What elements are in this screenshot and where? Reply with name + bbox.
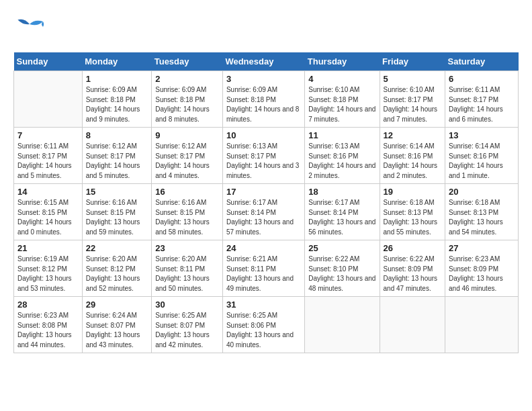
calendar-cell: 5Sunrise: 6:10 AM Sunset: 8:17 PM Daylig… (380, 71, 445, 128)
calendar-cell: 15Sunrise: 6:16 AM Sunset: 8:15 PM Dayli… (82, 184, 152, 240)
day-number: 17 (226, 187, 301, 197)
logo (13, 13, 50, 46)
day-number: 26 (384, 243, 442, 253)
calendar-header: SundayMondayTuesdayWednesdayThursdayFrid… (14, 52, 519, 71)
day-number: 31 (226, 300, 301, 310)
header-day-sunday: Sunday (14, 52, 83, 71)
day-number: 14 (17, 187, 79, 197)
calendar-cell: 23Sunrise: 6:20 AM Sunset: 8:11 PM Dayli… (152, 240, 223, 297)
calendar-cell: 8Sunrise: 6:12 AM Sunset: 8:17 PM Daylig… (82, 128, 152, 184)
day-info: Sunrise: 6:18 AM Sunset: 8:13 PM Dayligh… (449, 198, 515, 237)
day-number: 10 (226, 130, 301, 140)
header-day-monday: Monday (82, 52, 152, 71)
day-info: Sunrise: 6:22 AM Sunset: 8:10 PM Dayligh… (308, 255, 375, 293)
calendar-cell: 7Sunrise: 6:11 AM Sunset: 8:17 PM Daylig… (14, 128, 83, 184)
day-number: 8 (86, 130, 148, 140)
day-info: Sunrise: 6:15 AM Sunset: 8:15 PM Dayligh… (17, 198, 79, 237)
day-info: Sunrise: 6:22 AM Sunset: 8:09 PM Dayligh… (384, 255, 442, 293)
calendar-cell: 12Sunrise: 6:14 AM Sunset: 8:16 PM Dayli… (380, 128, 445, 184)
header-day-wednesday: Wednesday (222, 52, 304, 71)
calendar-cell: 14Sunrise: 6:15 AM Sunset: 8:15 PM Dayli… (14, 184, 83, 240)
day-info: Sunrise: 6:16 AM Sunset: 8:15 PM Dayligh… (155, 198, 219, 237)
day-number: 19 (384, 187, 442, 197)
calendar-cell: 3Sunrise: 6:09 AM Sunset: 8:18 PM Daylig… (222, 71, 304, 128)
day-number: 11 (308, 130, 375, 140)
day-info: Sunrise: 6:11 AM Sunset: 8:17 PM Dayligh… (449, 85, 515, 124)
day-info: Sunrise: 6:10 AM Sunset: 8:17 PM Dayligh… (384, 85, 442, 124)
calendar-body: 1Sunrise: 6:09 AM Sunset: 8:18 PM Daylig… (14, 71, 519, 353)
week-row-1: 1Sunrise: 6:09 AM Sunset: 8:18 PM Daylig… (14, 71, 519, 128)
calendar-cell: 4Sunrise: 6:10 AM Sunset: 8:18 PM Daylig… (305, 71, 380, 128)
calendar-cell: 2Sunrise: 6:09 AM Sunset: 8:18 PM Daylig… (152, 71, 223, 128)
logo-icon (13, 13, 46, 46)
day-info: Sunrise: 6:23 AM Sunset: 8:09 PM Dayligh… (449, 255, 515, 293)
calendar-cell: 13Sunrise: 6:14 AM Sunset: 8:16 PM Dayli… (445, 128, 519, 184)
calendar-cell: 24Sunrise: 6:21 AM Sunset: 8:11 PM Dayli… (222, 240, 304, 297)
calendar-cell: 10Sunrise: 6:13 AM Sunset: 8:17 PM Dayli… (222, 128, 304, 184)
day-info: Sunrise: 6:12 AM Sunset: 8:17 PM Dayligh… (86, 142, 148, 181)
calendar-cell: 20Sunrise: 6:18 AM Sunset: 8:13 PM Dayli… (445, 184, 519, 240)
calendar-cell: 9Sunrise: 6:12 AM Sunset: 8:17 PM Daylig… (152, 128, 223, 184)
calendar-cell: 1Sunrise: 6:09 AM Sunset: 8:18 PM Daylig… (82, 71, 152, 128)
day-info: Sunrise: 6:13 AM Sunset: 8:16 PM Dayligh… (308, 142, 375, 181)
calendar-cell: 16Sunrise: 6:16 AM Sunset: 8:15 PM Dayli… (152, 184, 223, 240)
day-number: 12 (384, 130, 442, 140)
calendar-table: SundayMondayTuesdayWednesdayThursdayFrid… (13, 52, 519, 353)
day-info: Sunrise: 6:10 AM Sunset: 8:18 PM Dayligh… (308, 85, 375, 124)
day-number: 20 (449, 187, 515, 197)
calendar-cell: 26Sunrise: 6:22 AM Sunset: 8:09 PM Dayli… (380, 240, 445, 297)
day-number: 2 (155, 74, 219, 84)
page-header (13, 13, 519, 46)
calendar-cell (445, 297, 519, 353)
day-number: 13 (449, 130, 515, 140)
week-row-2: 7Sunrise: 6:11 AM Sunset: 8:17 PM Daylig… (14, 128, 519, 184)
calendar-cell: 22Sunrise: 6:20 AM Sunset: 8:12 PM Dayli… (82, 240, 152, 297)
day-number: 16 (155, 187, 219, 197)
day-number: 28 (17, 300, 79, 310)
calendar-cell (380, 297, 445, 353)
calendar-cell: 18Sunrise: 6:17 AM Sunset: 8:14 PM Dayli… (305, 184, 380, 240)
day-number: 7 (17, 130, 79, 140)
day-number: 24 (226, 243, 301, 253)
day-info: Sunrise: 6:21 AM Sunset: 8:11 PM Dayligh… (226, 255, 301, 293)
day-info: Sunrise: 6:19 AM Sunset: 8:12 PM Dayligh… (17, 255, 79, 293)
day-number: 9 (155, 130, 219, 140)
calendar-cell: 19Sunrise: 6:18 AM Sunset: 8:13 PM Dayli… (380, 184, 445, 240)
calendar-cell: 17Sunrise: 6:17 AM Sunset: 8:14 PM Dayli… (222, 184, 304, 240)
day-number: 3 (226, 74, 301, 84)
calendar-cell: 21Sunrise: 6:19 AM Sunset: 8:12 PM Dayli… (14, 240, 83, 297)
day-number: 23 (155, 243, 219, 253)
day-info: Sunrise: 6:09 AM Sunset: 8:18 PM Dayligh… (226, 85, 301, 124)
week-row-4: 21Sunrise: 6:19 AM Sunset: 8:12 PM Dayli… (14, 240, 519, 297)
calendar-cell (14, 71, 83, 128)
day-number: 22 (86, 243, 148, 253)
day-number: 25 (308, 243, 375, 253)
day-number: 15 (86, 187, 148, 197)
header-day-thursday: Thursday (305, 52, 380, 71)
calendar-cell: 30Sunrise: 6:25 AM Sunset: 8:07 PM Dayli… (152, 297, 223, 353)
day-info: Sunrise: 6:09 AM Sunset: 8:18 PM Dayligh… (86, 85, 148, 124)
day-number: 29 (86, 300, 148, 310)
calendar-cell: 31Sunrise: 6:25 AM Sunset: 8:06 PM Dayli… (222, 297, 304, 353)
day-info: Sunrise: 6:13 AM Sunset: 8:17 PM Dayligh… (226, 142, 301, 181)
day-info: Sunrise: 6:17 AM Sunset: 8:14 PM Dayligh… (308, 198, 375, 237)
day-info: Sunrise: 6:25 AM Sunset: 8:06 PM Dayligh… (226, 311, 301, 350)
day-info: Sunrise: 6:18 AM Sunset: 8:13 PM Dayligh… (384, 198, 442, 237)
day-number: 4 (308, 74, 375, 84)
day-number: 6 (449, 74, 515, 84)
day-number: 1 (86, 74, 148, 84)
day-info: Sunrise: 6:23 AM Sunset: 8:08 PM Dayligh… (17, 311, 79, 350)
header-row: SundayMondayTuesdayWednesdayThursdayFrid… (14, 52, 519, 71)
day-info: Sunrise: 6:17 AM Sunset: 8:14 PM Dayligh… (226, 198, 301, 237)
day-number: 5 (384, 74, 442, 84)
day-number: 27 (449, 243, 515, 253)
header-day-saturday: Saturday (445, 52, 519, 71)
day-number: 18 (308, 187, 375, 197)
day-info: Sunrise: 6:24 AM Sunset: 8:07 PM Dayligh… (86, 311, 148, 350)
calendar-cell: 25Sunrise: 6:22 AM Sunset: 8:10 PM Dayli… (305, 240, 380, 297)
day-info: Sunrise: 6:14 AM Sunset: 8:16 PM Dayligh… (384, 142, 442, 181)
day-info: Sunrise: 6:12 AM Sunset: 8:17 PM Dayligh… (155, 142, 219, 181)
day-info: Sunrise: 6:25 AM Sunset: 8:07 PM Dayligh… (155, 311, 219, 350)
day-info: Sunrise: 6:16 AM Sunset: 8:15 PM Dayligh… (86, 198, 148, 237)
day-info: Sunrise: 6:20 AM Sunset: 8:12 PM Dayligh… (86, 255, 148, 293)
